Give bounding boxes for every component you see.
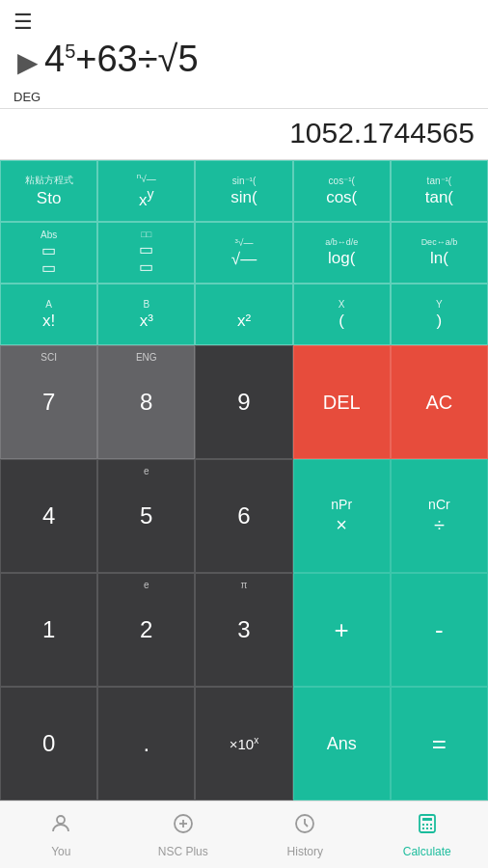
nav-history-label: History [287,845,323,858]
menu-icon[interactable]: ☰ [14,10,474,35]
sci-btn-xfact[interactable]: A x! [0,284,97,345]
sci-btn-ln[interactable]: Dec↔a/b ln( [391,222,488,284]
btn-8[interactable]: ENG 8 [97,345,195,459]
sci-btn-close-paren[interactable]: Y ) [391,284,488,345]
sci-row-3: A x! B x³ x² X ( Y ) [0,284,488,345]
svg-point-0 [57,816,65,824]
prompt-arrow: ▶ [17,46,39,78]
svg-rect-6 [422,818,432,821]
btn-0[interactable]: 0 [0,687,97,800]
sci-btn-xcube[interactable]: B x³ [97,284,195,345]
btn-9[interactable]: 9 [195,345,292,459]
sci-btn-log[interactable]: a/b↔d/e log( [293,222,391,284]
sci-btn-sin[interactable]: sin⁻¹( sin( [195,160,292,222]
nav-nsc-label: NSC Plus [158,845,208,858]
person-icon [49,812,72,841]
btn-3[interactable]: π 3 [195,573,292,687]
nav-calculate-label: Calculate [403,845,451,858]
btn-exp[interactable]: ×10x [195,687,292,800]
sci-btn-cos[interactable]: cos⁻¹( cos( [293,160,391,222]
clock-icon [293,812,316,841]
expression-text: 45+63÷√5 [44,39,199,80]
sci-btn-sto[interactable]: 粘贴方程式 Sto [0,160,97,222]
sci-btn-open-paren[interactable]: X ( [293,284,391,345]
sci-btn-tan[interactable]: tan⁻¹( tan( [391,160,488,222]
result-value: 1052.1744565 [289,117,474,149]
btn-7[interactable]: SCI 7 [0,345,97,459]
sci-btn-xsq[interactable]: x² [195,284,292,345]
sci-section: 粘贴方程式 Sto n√— xy sin⁻¹( sin( cos⁻¹( cos(… [0,160,488,345]
nav-you[interactable]: You [0,801,122,868]
header: ☰ ▶ 45+63÷√5 [0,0,488,84]
nav-you-label: You [51,845,70,858]
sci-btn-abs[interactable]: Abs ▭▭ [0,222,97,284]
btn-plus[interactable]: + [293,573,391,687]
btn-equals[interactable]: = [391,687,488,800]
numeric-section: SCI 7 ENG 8 9 DEL AC 4 e 5 6 nPr × [0,345,488,800]
btn-dot[interactable]: . [97,687,195,800]
sci-row-2: Abs ▭▭ □□ ▭▭ ³√— √— a/b↔d/e log( Dec↔a/b… [0,222,488,284]
sci-btn-xy[interactable]: n√— xy [97,160,195,222]
btn-5[interactable]: e 5 [97,459,195,573]
plus-circle-icon [172,812,195,841]
btn-6[interactable]: 6 [195,459,292,573]
btn-ac[interactable]: AC [391,345,488,459]
sci-row-1: 粘贴方程式 Sto n√— xy sin⁻¹( sin( cos⁻¹( cos(… [0,160,488,222]
btn-npr[interactable]: nPr × [293,459,391,573]
btn-del[interactable]: DEL [293,345,391,459]
btn-ans[interactable]: Ans [293,687,391,800]
btn-minus[interactable]: - [391,573,488,687]
sci-btn-cbrt[interactable]: ³√— √— [195,222,292,284]
bottom-nav: You NSC Plus History [0,800,488,868]
sci-btn-frac[interactable]: □□ ▭▭ [97,222,195,284]
svg-rect-5 [420,815,435,832]
nav-history[interactable]: History [244,801,366,868]
btn-ncr[interactable]: nCr ÷ [391,459,488,573]
deg-label: DEG [0,84,488,109]
nav-calculate[interactable]: Calculate [366,801,489,868]
result-area: 1052.1744565 [0,109,488,160]
btn-4[interactable]: 4 [0,459,97,573]
btn-2[interactable]: e 2 [97,573,195,687]
expression-area: ▶ 45+63÷√5 [14,39,474,80]
nav-nsc[interactable]: NSC Plus [122,801,245,868]
calc-icon [416,812,439,841]
btn-1[interactable]: 1 [0,573,97,687]
